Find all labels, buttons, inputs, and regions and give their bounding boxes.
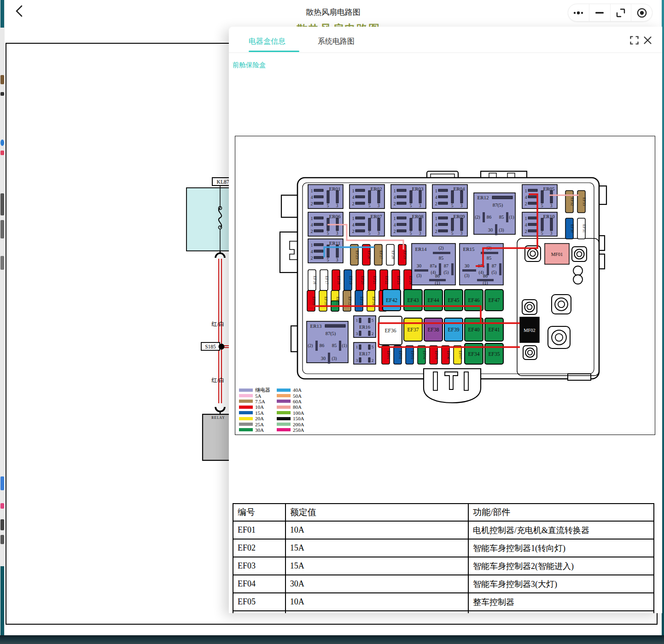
legend-item: 100A: [277, 410, 304, 416]
fuse-EF22[interactable]: EF22: [380, 270, 389, 290]
tab-fusebox-info[interactable]: 电器盒信息: [249, 37, 285, 46]
fuse-EF47[interactable]: EF47: [485, 290, 503, 311]
relay-ER12[interactable]: ER1287(5)(2)8685(1)30(3): [474, 193, 515, 235]
fuse-EF18[interactable]: EF18: [332, 270, 341, 290]
tab-system-circuit[interactable]: 系统电路图: [318, 37, 355, 46]
fuse-EF19[interactable]: EF19: [344, 270, 353, 290]
fuse-EF41[interactable]: EF41: [485, 318, 503, 341]
fuse-EF04[interactable]: EF04: [418, 346, 427, 364]
relay-ER16[interactable]: 1532ER16: [354, 316, 376, 337]
fuse-EF44[interactable]: EF44: [424, 290, 443, 311]
fuse-EF21[interactable]: EF21: [368, 270, 377, 290]
relay-ER02[interactable]: ER0214253: [349, 185, 384, 209]
mega-fuse-MF01[interactable]: MF01: [545, 244, 569, 264]
fuse-EF33[interactable]: EF33: [577, 191, 587, 213]
legend-item: 15A: [239, 410, 270, 416]
fullscreen-icon[interactable]: [630, 36, 639, 45]
svg-text:87: 87: [492, 263, 496, 268]
relay-ER07[interactable]: ER0714253: [349, 212, 384, 236]
relay-ER05[interactable]: ER0514253: [522, 185, 557, 209]
fuse-EF06[interactable]: EF06: [442, 346, 451, 364]
svg-text:5: 5: [368, 203, 371, 208]
relay-ER01[interactable]: ER0114253: [308, 185, 343, 209]
relay-ER09[interactable]: ER0914253: [432, 212, 467, 236]
fuse-EF23[interactable]: EF23: [392, 270, 401, 290]
fuse-EF02[interactable]: EF02: [394, 346, 403, 364]
back-button[interactable]: [12, 4, 26, 18]
table-row: EF0430A智能车身控制器3(大灯): [233, 575, 654, 593]
fuse-EF09[interactable]: EF09: [307, 290, 316, 311]
svg-text:EF28: EF28: [391, 250, 396, 259]
svg-text:ER01: ER01: [329, 186, 340, 191]
bottom-taskbar: [0, 635, 664, 644]
svg-text:85: 85: [487, 255, 492, 261]
more-icon[interactable]: [568, 4, 589, 21]
record-icon[interactable]: [631, 4, 652, 21]
svg-text:5: 5: [372, 318, 374, 323]
fuse-EF01[interactable]: EF01: [382, 346, 391, 364]
fuse-EF27[interactable]: EF27: [374, 244, 384, 265]
close-icon[interactable]: [643, 36, 652, 45]
svg-text:EF38: EF38: [428, 327, 439, 332]
front-fusebox-link[interactable]: 前舱保险盒: [233, 61, 266, 70]
bottom-tab-right: [568, 374, 591, 380]
mega-fuse-MF02[interactable]: MF02: [520, 317, 539, 342]
relay-ER17[interactable]: 1532ER17: [354, 342, 376, 364]
svg-text:EF27: EF27: [379, 250, 384, 259]
relay-ER03[interactable]: ER0314253: [391, 185, 426, 209]
svg-text:EF09: EF09: [312, 296, 316, 305]
fuse-EF07[interactable]: EF07: [454, 346, 463, 364]
svg-text:3: 3: [460, 231, 463, 236]
relay-ER04[interactable]: ER0414253: [432, 185, 467, 209]
svg-text:EF46: EF46: [468, 297, 480, 303]
fuse-EF10[interactable]: EF10: [319, 290, 328, 311]
fuse-EF24[interactable]: EF24: [404, 270, 413, 290]
fuse-EF03[interactable]: EF03: [406, 346, 415, 364]
fuse-EF39[interactable]: EF39: [444, 318, 463, 341]
fuse-EF14[interactable]: EF14: [367, 290, 376, 311]
fuse-EF30[interactable]: EF30: [565, 218, 575, 239]
svg-text:(3): (3): [416, 273, 421, 278]
relay-ER11[interactable]: ER1114253: [308, 239, 343, 263]
svg-text:2: 2: [435, 202, 437, 206]
svg-text:ER10: ER10: [543, 214, 555, 219]
relay-ER08[interactable]: ER0814253: [391, 212, 426, 236]
fuse-EF12[interactable]: EF12: [343, 290, 352, 311]
svg-text:(2): (2): [438, 246, 443, 251]
fuse-EF37[interactable]: EF37: [404, 318, 422, 341]
svg-text:86: 86: [487, 215, 492, 220]
fuse-EF32[interactable]: EF32: [565, 191, 575, 213]
bolt-nut: [522, 300, 537, 314]
fuse-EF17[interactable]: EF17: [320, 270, 329, 290]
fuse-EF11[interactable]: EF11: [331, 290, 340, 311]
fuse-EF45[interactable]: EF45: [444, 290, 463, 311]
fuse-EF36[interactable]: EF36: [379, 316, 402, 345]
svg-text:3: 3: [419, 231, 421, 236]
fuse-EF20[interactable]: EF20: [356, 270, 365, 290]
fuse-EF38[interactable]: EF38: [424, 318, 443, 341]
legend-label: 15A: [255, 410, 264, 416]
relay-ER14[interactable]: ER14(2)8530(3)87a(4)87(5)86(1): [412, 244, 455, 286]
fuse-EF13[interactable]: EF13: [355, 290, 364, 311]
relay-ER15[interactable]: ER15(2)8530(3)87a(4)87(5)86(1): [460, 244, 503, 286]
fuse-EF28[interactable]: EF28: [386, 244, 396, 265]
fuse-EF05[interactable]: EF05: [430, 346, 439, 364]
minimize-icon[interactable]: [589, 4, 610, 21]
svg-text:5: 5: [368, 231, 371, 236]
svg-text:3: 3: [378, 231, 380, 236]
svg-text:ER16: ER16: [359, 325, 370, 330]
svg-text:2: 2: [352, 229, 355, 234]
relay-ER10[interactable]: ER1014253: [522, 212, 557, 236]
fuse-EF31[interactable]: EF31: [577, 218, 587, 239]
svg-text:EF20: EF20: [361, 276, 365, 284]
relay-ER13[interactable]: ER1387(5)(2)8685(1)30(3): [307, 321, 348, 364]
table-header-val: 额定值: [285, 504, 468, 521]
title-bar: 散热风扇电路图: [5, 0, 662, 21]
fuse-EF16[interactable]: EF16: [308, 270, 317, 290]
svg-text:EF40: EF40: [468, 327, 480, 332]
svg-text:ER17: ER17: [359, 351, 370, 356]
fuse-EF43[interactable]: EF43: [404, 290, 422, 311]
svg-text:EF41: EF41: [489, 327, 500, 332]
expand-icon[interactable]: [610, 4, 631, 21]
fuse-EF42[interactable]: EF42: [383, 290, 401, 311]
